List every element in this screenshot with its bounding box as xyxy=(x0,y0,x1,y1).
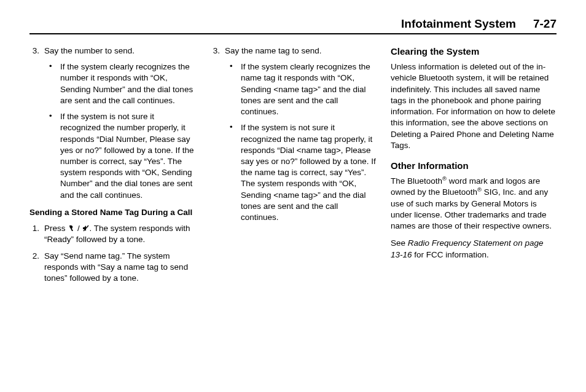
bullet-item: • If the system clearly recognizes the n… xyxy=(230,61,376,117)
header-title: Infotainment System xyxy=(401,17,516,31)
text-fragment: See xyxy=(391,238,408,248)
header-page-number: 7-27 xyxy=(533,17,557,31)
list-item: 3. Say the number to send. xyxy=(29,45,195,57)
list-item: 1. Press / . The system responds with “R… xyxy=(29,223,195,245)
paragraph: Unless information is deleted out of the… xyxy=(391,61,557,151)
bullet-text: If the system is not sure it recognized … xyxy=(60,111,195,201)
bullet-item: • If the system is not sure it recognize… xyxy=(230,122,376,223)
bullet-icon: • xyxy=(49,111,60,201)
bullet-icon: • xyxy=(230,122,241,223)
list-item: 3. Say the name tag to send. xyxy=(210,45,376,57)
sub-heading: Sending a Stored Name Tag During a Call xyxy=(29,207,195,218)
list-text: Press / . The system responds with “Read… xyxy=(44,223,195,245)
list-text: Say “Send name tag.” The system responds… xyxy=(44,251,195,284)
section-heading: Clearing the System xyxy=(391,45,557,58)
bullet-item: • If the system is not sure it recognize… xyxy=(49,111,195,201)
page-header: Infotainment System 7-27 xyxy=(29,17,557,34)
voice-command-icon xyxy=(68,224,75,232)
bullet-icon: • xyxy=(230,61,241,117)
bullet-item: • If the system clearly recognizes the n… xyxy=(49,61,195,106)
bullet-text: If the system clearly recognizes the nam… xyxy=(241,61,376,117)
registered-icon: ® xyxy=(442,175,447,182)
section-heading: Other Information xyxy=(391,160,557,172)
column-2: 3. Say the name tag to send. • If the sy… xyxy=(210,45,376,289)
text-fragment: for FCC information. xyxy=(412,250,489,259)
list-text: Say the name tag to send. xyxy=(225,45,376,57)
list-text: Say the number to send. xyxy=(44,45,195,57)
text-fragment: Press xyxy=(44,224,68,233)
text-fragment: The Bluetooth xyxy=(391,176,442,186)
bullet-icon: • xyxy=(49,61,60,106)
paragraph: See Radio Frequency Statement on page 13… xyxy=(391,238,557,260)
manual-page: Infotainment System 7-27 3. Say the numb… xyxy=(0,0,586,307)
list-number: 3. xyxy=(29,45,44,57)
content-columns: 3. Say the number to send. • If the syst… xyxy=(29,45,557,289)
list-number: 1. xyxy=(29,223,44,245)
list-number: 2. xyxy=(29,251,44,284)
bullet-text: If the system is not sure it recognized … xyxy=(241,122,376,223)
column-1: 3. Say the number to send. • If the syst… xyxy=(29,45,195,289)
paragraph: The Bluetooth® word mark and logos are o… xyxy=(391,176,557,232)
column-3: Clearing the System Unless information i… xyxy=(391,45,557,289)
list-item: 2. Say “Send name tag.” The system respo… xyxy=(29,251,195,284)
bullet-text: If the system clearly recognizes the num… xyxy=(60,61,195,106)
list-number: 3. xyxy=(210,45,225,57)
mute-icon xyxy=(82,224,90,232)
